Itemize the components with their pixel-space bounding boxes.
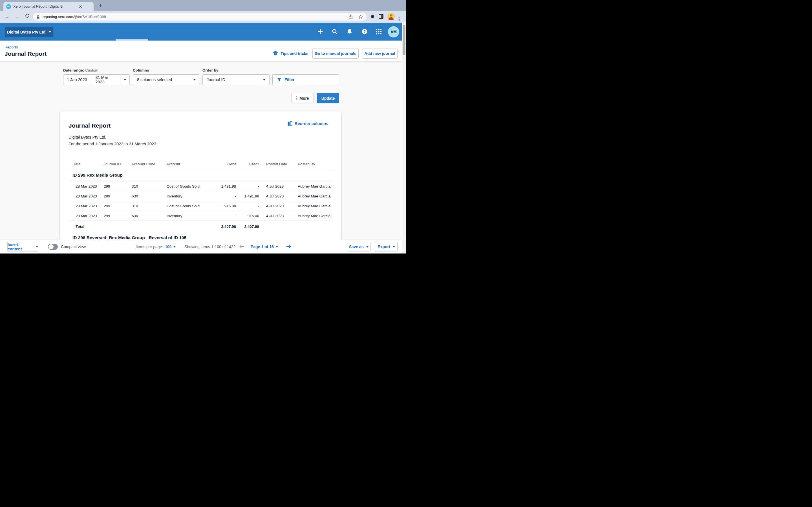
lock-icon [36, 15, 40, 19]
save-as-label: Save as [349, 244, 363, 249]
page-select[interactable]: Page 1 of 15 [251, 244, 278, 249]
tips-label: Tips and tricks [281, 51, 308, 56]
browser-tab-strip: xero Xero | Journal Report | Digital B ✕… [0, 0, 406, 11]
insert-content-label: Insert content [8, 242, 34, 251]
items-per-page-value: 100 [165, 244, 171, 249]
columns-label: Columns [133, 68, 149, 72]
breadcrumb-reports-link[interactable]: Reports [4, 45, 18, 49]
page-label: Page 1 of 15 [251, 244, 274, 249]
share-icon[interactable] [349, 14, 353, 19]
columns-value: 8 columns selected [137, 77, 172, 82]
search-icon[interactable] [332, 29, 338, 36]
table-row: 28 Mar 2023299630Inventory-1,491.984 Jul… [69, 191, 333, 201]
browser-tab[interactable]: xero Xero | Journal Report | Digital B ✕ [3, 2, 94, 11]
url-bar[interactable]: reporting.xero.com/!j!dm7/v1/Run/1098 [33, 13, 366, 20]
side-panel-icon[interactable] [378, 14, 384, 20]
scrollbar-thumb[interactable] [403, 25, 405, 55]
tab-title: Xero | Journal Report | Digital B [13, 4, 78, 8]
user-avatar[interactable]: AM [388, 26, 399, 38]
page-title: Journal Report [4, 50, 47, 57]
report-period: For the period 1 January 2023 to 31 Marc… [68, 142, 156, 146]
org-switcher-button[interactable]: Digital Bytes Pty Ltd. [5, 27, 53, 37]
xero-nav-bar: Digital Bytes Pty Ltd. Dashboard Busines… [0, 23, 406, 41]
showing-items-text: Showing items 1-100 of 1422 [185, 244, 236, 249]
apps-grid-icon[interactable] [375, 29, 382, 36]
next-page-arrow-icon[interactable] [286, 244, 292, 250]
reorder-columns-label: Reorder columns [295, 121, 328, 126]
add-new-journal-button[interactable]: Add new journal [362, 48, 398, 59]
scrollbar-gutter [402, 11, 406, 22]
url-text: reporting.xero.com/!j!dm7/v1/Run/1098 [43, 15, 106, 19]
compact-view-toggle[interactable] [48, 244, 58, 250]
chevron-down-icon [366, 246, 368, 247]
export-label: Export [377, 244, 390, 249]
tab-close-icon[interactable]: ✕ [79, 4, 82, 9]
export-button[interactable]: Export [375, 242, 398, 252]
col-header-date: Date [69, 157, 103, 169]
chevron-down-icon [193, 79, 196, 80]
help-icon[interactable]: ? [361, 28, 368, 36]
go-to-manual-journals-button[interactable]: Go to manual journals [312, 48, 359, 59]
graduation-cap-icon [272, 51, 278, 56]
compact-view-label: Compact view [61, 244, 86, 249]
new-tab-button[interactable]: + [99, 2, 102, 9]
date-to-input[interactable]: 31 Mar 2023 [92, 75, 120, 85]
reorder-columns-icon [288, 121, 292, 126]
date-range-picker: 1 Jan 2023 31 Mar 2023 [63, 74, 130, 85]
more-label: More [299, 96, 309, 101]
org-name: Digital Bytes Pty Ltd. [7, 30, 47, 34]
chevron-down-icon [276, 246, 278, 247]
table-row: 28 Mar 2023299630Inventory-916.004 Jul 2… [69, 211, 333, 221]
order-by-value: Journal ID [207, 77, 225, 82]
group-total-row: Total2,407.982,407.98 [69, 221, 333, 232]
update-button[interactable]: Update [317, 93, 339, 103]
tips-and-tricks-link[interactable]: Tips and tricks [272, 51, 308, 56]
journal-group-heading: ID 299 Rex Media Group [69, 169, 333, 181]
browser-profile-avatar[interactable] [388, 13, 395, 21]
filter-button[interactable]: Filter [272, 74, 339, 85]
report-company: Digital Bytes Pty Ltd. [68, 135, 106, 139]
table-row: 28 Mar 2023299310Cost of Goods Sold916.0… [69, 201, 333, 211]
browser-menu-kebab-icon[interactable] [399, 14, 400, 21]
funnel-icon [277, 78, 282, 82]
col-header-journal-id: Journal ID [103, 157, 132, 169]
journal-table: Date Journal ID Account Code Account Deb… [69, 157, 333, 244]
kebab-icon [296, 96, 297, 100]
order-by-select[interactable]: Journal ID [202, 74, 269, 85]
items-per-page-select[interactable]: 100 [165, 244, 175, 249]
previous-page-arrow-icon[interactable] [239, 244, 245, 250]
more-button[interactable]: More [292, 93, 314, 103]
filter-label: Filter [285, 77, 294, 82]
report-title: Journal Report [68, 122, 110, 129]
scrollbar-track[interactable] [402, 22, 406, 253]
chevron-down-icon [36, 246, 38, 247]
col-header-account: Account [166, 157, 208, 169]
items-per-page-label: Items per page [136, 244, 162, 249]
forward-icon[interactable]: → [15, 14, 19, 19]
chevron-down-icon [263, 79, 265, 80]
col-header-debit: Debit [208, 157, 236, 169]
table-row: 28 Mar 2023299310Cost of Goods Sold1,491… [69, 181, 333, 191]
chevron-down-icon [173, 246, 175, 247]
reload-icon[interactable] [25, 13, 30, 19]
order-by-label: Order by [202, 68, 218, 72]
chevron-down-icon [393, 246, 395, 247]
reorder-columns-link[interactable]: Reorder columns [288, 121, 328, 126]
col-header-posted-by: Posted By [290, 157, 333, 169]
table-header-row: Date Journal ID Account Code Account Deb… [69, 157, 333, 169]
col-header-posted-date: Posted Date [259, 157, 290, 169]
create-new-icon[interactable] [317, 28, 324, 36]
chevron-down-icon [49, 31, 51, 33]
back-icon[interactable]: ← [4, 14, 9, 19]
extensions-icon[interactable] [370, 14, 375, 20]
notifications-bell-icon[interactable] [346, 28, 353, 36]
bookmark-star-icon[interactable] [358, 14, 363, 19]
date-from-input[interactable]: 1 Jan 2023 [63, 75, 92, 85]
date-range-dropdown-button[interactable] [120, 75, 130, 85]
screen: xero Xero | Journal Report | Digital B ✕… [0, 0, 406, 253]
insert-content-button[interactable]: Insert content [7, 242, 38, 252]
col-header-credit: Credit [236, 157, 259, 169]
save-as-button[interactable]: Save as [347, 242, 370, 252]
chevron-down-icon [124, 79, 126, 80]
columns-select[interactable]: 8 columns selected [133, 74, 200, 85]
